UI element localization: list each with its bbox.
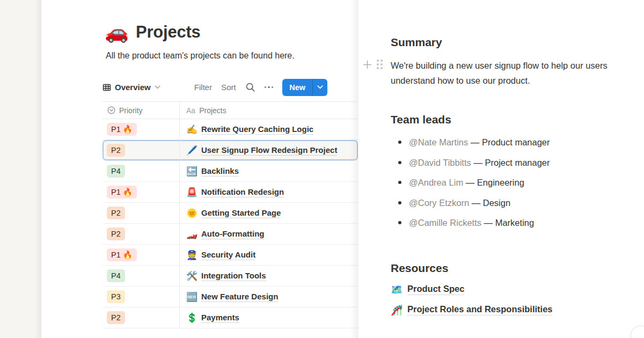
project-page-link[interactable]: Auto-Formatting: [201, 229, 264, 239]
project-cell[interactable]: 💲 Payments: [180, 307, 358, 328]
project-page-icon: 🆕: [186, 291, 197, 303]
project-cell[interactable]: ✍️ Rewrite Query Caching Logic: [180, 119, 358, 139]
project-page-icon: ✍️: [186, 124, 197, 135]
project-page-icon: 👮: [186, 249, 197, 261]
resource-page-link[interactable]: Product Spec: [407, 284, 464, 295]
priority-cell[interactable]: P2: [103, 224, 180, 244]
priority-tag[interactable]: P1 🔥: [107, 123, 137, 136]
project-cell[interactable]: 🏎️ Auto-Formatting: [180, 224, 358, 244]
page-detail-panel: Summary We're building a new user signup…: [358, 0, 644, 338]
resource-links: 🗺️ Product Spec 🎢 Project Roles and Resp…: [391, 282, 642, 317]
project-page-link[interactable]: New Feature Design: [201, 292, 278, 302]
table-row[interactable]: P2 🌞 Getting Started Page: [103, 203, 358, 224]
lead-role-text: — Engineering: [463, 178, 524, 187]
priority-cell[interactable]: P2: [103, 307, 180, 328]
lead-role-text: — Product manager: [468, 137, 550, 147]
table-row[interactable]: P1 🔥 👮 Security Audit: [103, 245, 358, 266]
page-icon-car[interactable]: 🚗: [105, 21, 129, 43]
project-page-icon: 🛠️: [186, 270, 197, 282]
user-mention[interactable]: @Andrea Lim: [409, 178, 463, 187]
text-property-icon: Aa: [186, 106, 195, 115]
table-row[interactable]: P1 🔥 🚨 Notification Redesign: [103, 182, 358, 203]
table-row[interactable]: P4 🛠️ Integration Tools: [103, 266, 358, 286]
project-cell[interactable]: 🆕 New Feature Design: [180, 286, 358, 307]
project-page-link[interactable]: Notification Redesign: [201, 187, 284, 197]
project-cell[interactable]: 🌞 Getting Started Page: [180, 203, 358, 223]
table-row[interactable]: P4 🔙 Backlinks: [103, 161, 358, 182]
priority-tag[interactable]: P2: [107, 207, 125, 219]
add-block-icon[interactable]: [363, 60, 372, 69]
priority-cell[interactable]: P1 🔥: [103, 182, 180, 202]
project-page-link[interactable]: User Signup Flow Redesign Project: [201, 145, 337, 156]
priority-cell[interactable]: P1 🔥: [103, 119, 180, 139]
table-row[interactable]: P1 🔥 ✍️ Rewrite Query Caching Logic: [103, 119, 358, 140]
project-page-link[interactable]: Backlinks: [201, 166, 239, 177]
priority-tag[interactable]: P1 🔥: [107, 248, 137, 261]
table-view-icon: [103, 83, 111, 92]
team-leads-list: @Nate Martins — Product manager @David T…: [391, 135, 642, 230]
search-icon[interactable]: [245, 82, 255, 92]
filter-button[interactable]: Filter: [194, 83, 212, 92]
view-switcher-overview[interactable]: Overview: [103, 83, 160, 92]
priority-cell[interactable]: P2: [103, 203, 180, 223]
user-mention[interactable]: @David Tibbitts: [409, 158, 471, 167]
project-page-icon: 💲: [186, 312, 197, 324]
project-cell[interactable]: 🖊️ User Signup Flow Redesign Project: [180, 140, 358, 160]
project-page-link[interactable]: Getting Started Page: [201, 208, 281, 218]
project-cell[interactable]: 🚨 Notification Redesign: [180, 182, 358, 202]
drag-handle-icon[interactable]: [377, 60, 383, 69]
resource-page-icon: 🗺️: [391, 284, 402, 296]
database-toolbar: Overview Filter Sort N: [103, 78, 358, 96]
toolbar-actions: Filter Sort New: [194, 79, 327, 96]
priority-tag[interactable]: P2: [107, 227, 125, 240]
sort-button[interactable]: Sort: [221, 83, 236, 92]
priority-cell[interactable]: P2: [103, 140, 180, 160]
column-header-priority[interactable]: Priority: [103, 102, 180, 119]
table-row[interactable]: P2 💲 Payments: [103, 307, 358, 328]
project-page-icon: 🌞: [186, 208, 197, 219]
resource-page-link[interactable]: Project Roles and Responsibilities: [407, 304, 553, 315]
priority-tag[interactable]: P4: [107, 269, 125, 282]
user-mention[interactable]: @Camille Ricketts: [409, 218, 481, 227]
database-panel: 🚗 Projects All the product team's projec…: [41, 0, 358, 338]
priority-cell[interactable]: P4: [103, 266, 180, 286]
resource-link[interactable]: 🎢 Project Roles and Responsibilities: [391, 303, 642, 317]
app-window: 🚗 Projects All the product team's projec…: [0, 0, 644, 338]
user-mention[interactable]: @Nate Martins: [409, 137, 468, 147]
priority-cell[interactable]: P4: [103, 161, 180, 181]
resource-link[interactable]: 🗺️ Product Spec: [391, 282, 642, 297]
priority-cell[interactable]: P3: [103, 286, 180, 307]
table-row[interactable]: P2 🖊️ User Signup Flow Redesign Project: [103, 140, 358, 161]
team-lead-item: @David Tibbitts — Project manager: [391, 155, 642, 170]
project-page-link[interactable]: Payments: [201, 313, 239, 323]
project-page-icon: 🖊️: [186, 145, 197, 156]
more-options-icon[interactable]: [265, 86, 274, 89]
priority-tag[interactable]: P2: [107, 144, 125, 157]
table-row[interactable]: P2 🏎️ Auto-Formatting: [103, 224, 358, 245]
view-switcher-label: Overview: [115, 83, 151, 92]
project-page-link[interactable]: Rewrite Query Caching Logic: [201, 124, 313, 135]
new-button-label[interactable]: New: [282, 79, 312, 96]
priority-tag[interactable]: P4: [107, 165, 125, 178]
page-title[interactable]: Projects: [136, 23, 201, 42]
project-cell[interactable]: 🛠️ Integration Tools: [180, 266, 358, 286]
project-page-link[interactable]: Security Audit: [201, 250, 255, 260]
user-mention[interactable]: @Cory Etzkorn: [409, 198, 469, 208]
priority-tag[interactable]: P1 🔥: [107, 186, 137, 199]
project-cell[interactable]: 👮 Security Audit: [180, 245, 358, 265]
new-button[interactable]: New: [282, 79, 327, 96]
priority-tag[interactable]: P3: [107, 290, 125, 303]
column-header-projects[interactable]: Aa Projects: [180, 102, 358, 119]
project-page-icon: 🏎️: [186, 229, 197, 240]
project-cell[interactable]: 🔙 Backlinks: [180, 161, 358, 181]
priority-tag[interactable]: P2: [107, 311, 125, 324]
project-page-link[interactable]: Integration Tools: [201, 271, 266, 281]
priority-cell[interactable]: P1 🔥: [103, 245, 180, 265]
select-property-icon: [107, 106, 115, 114]
background-strip: [0, 0, 41, 338]
new-button-chevron-icon[interactable]: [312, 79, 327, 96]
page-header: 🚗 Projects: [105, 21, 358, 43]
table-row[interactable]: P3 🆕 New Feature Design: [103, 286, 358, 307]
project-page-icon: 🔙: [186, 166, 197, 177]
team-lead-item: @Andrea Lim — Engineering: [391, 175, 642, 190]
